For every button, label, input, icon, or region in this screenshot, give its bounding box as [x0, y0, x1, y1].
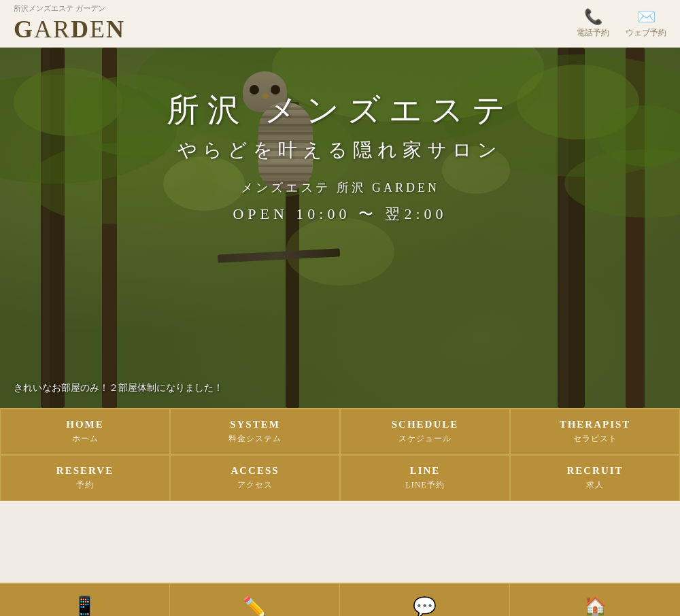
nav-home[interactable]: HOME ホーム — [0, 409, 170, 455]
hero-content: 所沢 メンズエステ やらどを叶える隠れ家サロン メンズエステ 所沢 GARDEN… — [0, 48, 680, 408]
bottom-nav-line[interactable]: 💬 LINE — [340, 584, 510, 616]
nav-access[interactable]: ACCESS アクセス — [170, 455, 340, 501]
main-content-area — [0, 501, 680, 583]
nav-home-en: HOME — [66, 419, 104, 430]
nav-line-en: LINE — [410, 465, 441, 477]
nav-recruit[interactable]: RECRUIT 求人 — [510, 455, 680, 501]
site-subtitle: 所沢メンズエステ ガーデン — [14, 3, 125, 14]
header: 所沢メンズエステ ガーデン GARDEN 📞 電話予約 ✉️ ウェブ予約 — [0, 0, 680, 48]
hero-title-sub: やらどを叶える隠れ家サロン — [177, 137, 503, 163]
nav-system-en: SYSTEM — [230, 419, 280, 430]
nav-therapist-en: THERAPIST — [560, 419, 631, 430]
nav-reserve[interactable]: RESERVE 予約 — [0, 455, 170, 501]
phone-label: 電話予約 — [577, 27, 609, 39]
nav-home-jp: ホーム — [72, 433, 99, 445]
home-icon: 🏠 — [583, 595, 607, 616]
nav-reserve-en: RESERVE — [56, 465, 114, 477]
bottom-nav-web[interactable]: ✏️ WEB — [170, 584, 340, 616]
web-reservation-button[interactable]: ✉️ ウェブ予約 — [626, 8, 666, 39]
nav-access-jp: アクセス — [237, 479, 273, 491]
mail-icon: ✉️ — [637, 8, 656, 26]
phone-button[interactable]: 📞 電話予約 — [577, 8, 609, 39]
nav-system[interactable]: SYSTEM 料金システム — [170, 409, 340, 455]
bottom-nav-phone[interactable]: 📱 お電話 — [0, 584, 170, 616]
hero-notice: きれいなお部屋のみ！２部屋体制になりました！ — [14, 382, 223, 394]
line-icon: 💬 — [413, 596, 437, 616]
header-actions: 📞 電話予約 ✉️ ウェブ予約 — [577, 8, 666, 39]
phone-icon: 📞 — [584, 8, 602, 26]
nav-schedule[interactable]: SCHEDULE スケジュール — [340, 409, 510, 455]
bottom-nav-home[interactable]: 🏠 ホーム — [510, 584, 680, 616]
logo-area: 所沢メンズエステ ガーデン GARDEN — [14, 3, 125, 44]
hero-section: 所沢 メンズエステ やらどを叶える隠れ家サロン メンズエステ 所沢 GARDEN… — [0, 48, 680, 408]
nav-row-2: RESERVE 予約 ACCESS アクセス LINE LINE予約 RECRU… — [0, 455, 680, 501]
nav-system-jp: 料金システム — [228, 433, 282, 445]
nav-schedule-jp: スケジュール — [398, 433, 452, 445]
nav-reserve-jp: 予約 — [76, 479, 94, 491]
bottom-nav: 📱 お電話 ✏️ WEB 💬 LINE 🏠 ホーム — [0, 583, 680, 616]
nav-recruit-jp: 求人 — [586, 479, 604, 491]
hero-title-main: 所沢 メンズエステ — [167, 88, 513, 132]
hero-open-hours: OPEN 10:00 〜 翌2:00 — [233, 204, 447, 224]
web-label: ウェブ予約 — [626, 27, 666, 39]
nav-schedule-en: SCHEDULE — [392, 419, 459, 430]
logo-title: GARDEN — [14, 15, 125, 44]
nav-line[interactable]: LINE LINE予約 — [340, 455, 510, 501]
nav-line-jp: LINE予約 — [405, 479, 444, 491]
hero-salon-name: メンズエステ 所沢 GARDEN — [241, 179, 439, 196]
nav-access-en: ACCESS — [231, 465, 279, 477]
nav-therapist-jp: セラピスト — [573, 433, 617, 445]
nav-row-1: HOME ホーム SYSTEM 料金システム SCHEDULE スケジュール T… — [0, 408, 680, 455]
nav-recruit-en: RECRUIT — [566, 465, 623, 477]
phone-icon: 📱 — [73, 595, 97, 616]
nav-therapist[interactable]: THERAPIST セラピスト — [510, 409, 680, 455]
main-nav: HOME ホーム SYSTEM 料金システム SCHEDULE スケジュール T… — [0, 408, 680, 501]
edit-icon: ✏️ — [243, 596, 267, 616]
